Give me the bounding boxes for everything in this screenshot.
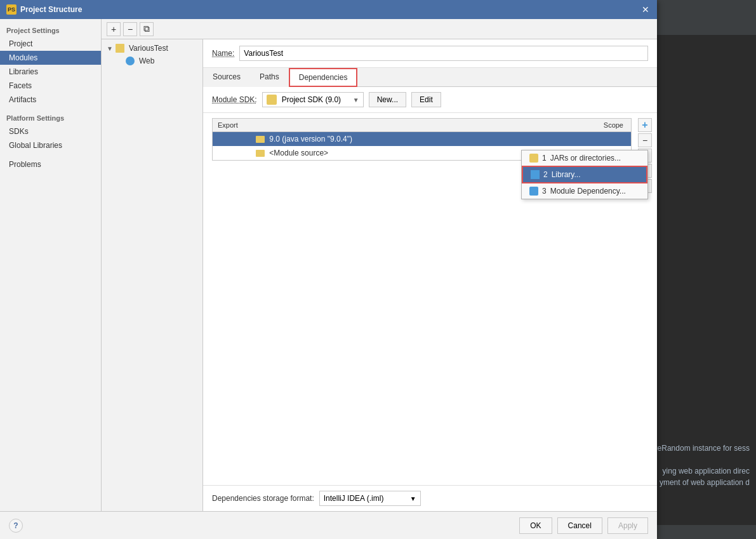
storage-label: Dependencies storage format: (212, 494, 314, 503)
content-body: ▼ VariousTest ▶ Web Name: (102, 39, 657, 511)
col-scope: Scope (542, 119, 631, 132)
table-row[interactable]: 9.0 (java version "9.0.4") (213, 132, 631, 147)
dep-add-button[interactable]: + (638, 118, 652, 132)
storage-dropdown-arrow: ▼ (410, 495, 416, 502)
dropdown-item-jars[interactable]: 1 JARs or directories... (522, 150, 647, 166)
lib-icon (531, 170, 540, 179)
sidebar-item-facets[interactable]: Facets (0, 79, 101, 93)
tab-sources[interactable]: Sources (203, 68, 250, 87)
dep-remove-button[interactable]: − (638, 133, 652, 147)
sdk-select[interactable]: Project SDK (9.0) ▼ (262, 92, 364, 107)
remove-module-button[interactable]: − (123, 22, 137, 36)
help-button[interactable]: ? (9, 519, 23, 533)
main-content: + − ⧉ ▼ VariousTest ▶ Web (102, 19, 657, 511)
sdk-edit-button[interactable]: Edit (411, 92, 441, 107)
sdk-folder-icon (267, 95, 277, 105)
cancel-button[interactable]: Cancel (557, 517, 602, 534)
storage-row: Dependencies storage format: IntelliJ ID… (203, 485, 657, 511)
close-button[interactable]: ✕ (640, 4, 651, 15)
name-row: Name: (203, 39, 657, 68)
module-folder-icon (116, 44, 124, 53)
tree-panel: ▼ VariousTest ▶ Web (102, 39, 203, 511)
name-input[interactable] (239, 46, 648, 61)
platform-settings-label: Platform Settings (0, 112, 101, 124)
sidebar-item-problems[interactable]: Problems (0, 157, 101, 171)
project-settings-label: Project Settings (0, 24, 101, 37)
sidebar-item-sdks[interactable]: SDKs (0, 124, 101, 138)
apply-button[interactable]: Apply (607, 517, 648, 534)
sdk-dropdown-arrow: ▼ (353, 96, 359, 103)
dep-table-header: Export Scope (213, 119, 631, 132)
tree-item-varioustest[interactable]: ▼ VariousTest (102, 42, 202, 55)
dep-folder-icon-1 (256, 136, 265, 143)
ide-code-lines: ureRandom instance for sess ying web app… (651, 443, 750, 488)
project-structure-dialog: PS Project Structure ✕ Project Settings … (0, 0, 657, 539)
dep-folder-icon-2 (256, 150, 265, 157)
tree-item-web[interactable]: ▶ Web (102, 55, 202, 67)
tab-dependencies[interactable]: Dependencies (289, 68, 358, 87)
sidebar-item-modules[interactable]: Modules (0, 51, 101, 65)
title-icon: PS (6, 4, 17, 15)
dep-section: Export Scope (203, 113, 657, 511)
dropdown-item-module-dep[interactable]: 3 Module Dependency... (522, 183, 647, 199)
web-icon (126, 57, 135, 65)
sidebar-item-global-libraries[interactable]: Global Libraries (0, 138, 101, 152)
dialog-body: Project Settings Project Modules Librari… (0, 19, 657, 511)
sdk-row: Module SDK: Project SDK (9.0) ▼ New... E… (203, 87, 657, 113)
jar-icon (529, 154, 538, 163)
sidebar-item-libraries[interactable]: Libraries (0, 65, 101, 79)
tree-expand-icon: ▼ (107, 45, 113, 52)
name-label: Name: (212, 49, 234, 58)
tree-leaf-spacer: ▶ (117, 58, 123, 65)
add-module-button[interactable]: + (107, 22, 121, 36)
dialog-title: PS Project Structure (6, 4, 82, 15)
mod-icon (529, 187, 538, 196)
sdk-new-button[interactable]: New... (369, 92, 406, 107)
sdk-label: Module SDK: (212, 95, 257, 104)
dropdown-menu: 1 JARs or directories... 2 Library... (521, 150, 648, 199)
sidebar-item-artifacts[interactable]: Artifacts (0, 93, 101, 107)
dropdown-item-library[interactable]: 2 Library... (522, 166, 647, 183)
right-panel: Name: Sources Paths Dependencies Module … (203, 39, 657, 511)
dialog-titlebar: PS Project Structure ✕ (0, 0, 657, 19)
tab-paths[interactable]: Paths (250, 68, 289, 87)
dialog-footer: ? OK Cancel Apply (0, 511, 657, 539)
content-toolbar: + − ⧉ (102, 19, 657, 39)
sidebar: Project Settings Project Modules Librari… (0, 19, 102, 511)
col-export: Export (213, 119, 251, 132)
copy-module-button[interactable]: ⧉ (140, 22, 154, 36)
storage-select[interactable]: IntelliJ IDEA (.iml) ▼ (319, 491, 421, 506)
col-name (251, 119, 542, 132)
ok-button[interactable]: OK (519, 517, 552, 534)
sidebar-item-project[interactable]: Project (0, 37, 101, 51)
tabs-row: Sources Paths Dependencies (203, 68, 657, 87)
